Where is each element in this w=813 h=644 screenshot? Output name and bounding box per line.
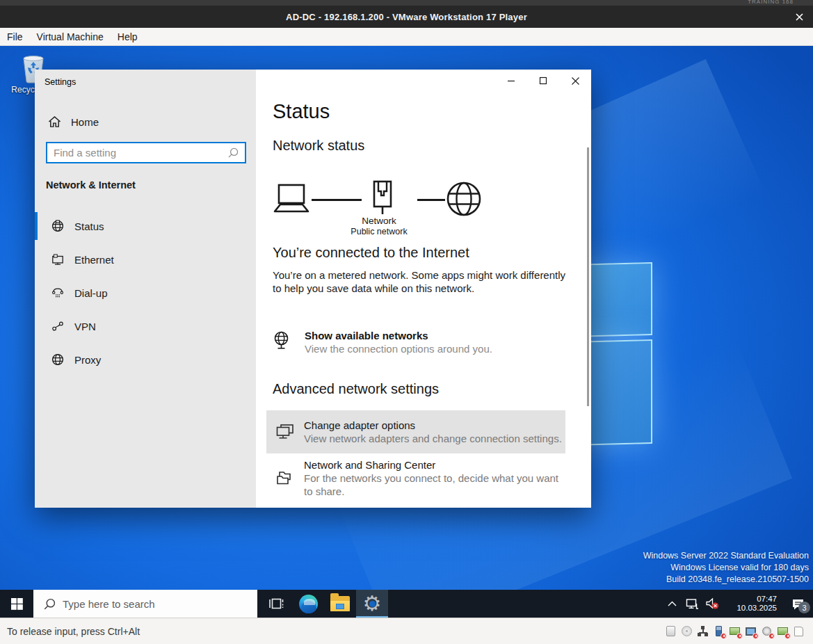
sidebar-ethernet-label: Ethernet — [74, 254, 114, 266]
network-status-heading: Network status — [273, 138, 364, 154]
sidebar-item-vpn[interactable]: VPN — [35, 312, 256, 340]
close-icon — [796, 13, 803, 21]
adapter-options-subtitle: View network adapters and change connect… — [304, 432, 562, 445]
clock-date: 10.03.2025 — [727, 604, 777, 613]
diagram-connector-line — [417, 199, 445, 201]
metered-network-text: You’re on a metered network. Some apps m… — [273, 268, 568, 295]
file-explorer-button[interactable] — [324, 590, 356, 618]
network-diagram: Network Public network — [273, 179, 572, 243]
edge-icon — [299, 595, 318, 613]
menu-virtual-machine[interactable]: Virtual Machine — [30, 28, 111, 45]
vm-desktop: Recycle Bin Windows Server 2022 Standard… — [0, 46, 813, 618]
close-button[interactable] — [559, 70, 591, 92]
tray-expand-button[interactable] — [661, 590, 682, 618]
notification-badge: 3 — [798, 602, 810, 613]
sidebar-section-title: Network & Internet — [46, 179, 136, 191]
start-button[interactable] — [0, 590, 33, 618]
license-line-2: Windows License valid for 180 days — [643, 562, 809, 574]
settings-main-pane: Status Network status — [256, 70, 591, 508]
task-view-icon — [268, 597, 284, 611]
sidebar-dialup-label: Dial-up — [74, 287, 108, 299]
settings-window: Settings Home Network & Internet — [35, 70, 591, 508]
vpn-icon — [51, 320, 64, 332]
maximize-button[interactable] — [527, 70, 559, 92]
settings-window-title: Settings — [45, 77, 76, 87]
home-icon — [48, 115, 61, 128]
show-networks-title: Show available networks — [305, 329, 492, 342]
host-edge-text: TRAINING 168 — [748, 0, 794, 5]
network-sharing-center-link[interactable]: Network and Sharing Center For the netwo… — [266, 456, 565, 499]
vmware-menubar: File Virtual Machine Help — [0, 28, 813, 46]
hard-disk-icon[interactable] — [665, 625, 677, 637]
dialup-icon — [51, 287, 64, 299]
taskbar-clock[interactable]: 07:47 10.03.2025 — [727, 595, 777, 613]
serial-device-icon[interactable] — [777, 625, 789, 637]
diagram-connector-line — [312, 199, 362, 201]
usb-controller-icon[interactable] — [713, 625, 725, 637]
message-log-icon[interactable] — [793, 625, 805, 637]
settings-app-button[interactable]: ⚙ — [356, 590, 388, 618]
sidebar-item-ethernet[interactable]: Ethernet — [35, 245, 256, 273]
sidebar-item-home[interactable]: Home — [35, 110, 256, 134]
minimize-icon — [507, 77, 515, 85]
sidebar-item-proxy[interactable]: Proxy — [35, 346, 256, 373]
task-view-button[interactable] — [260, 590, 292, 618]
release-input-hint: To release input, press Ctrl+Alt — [7, 626, 140, 637]
chevron-up-icon — [668, 601, 677, 606]
vmware-titlebar: AD-DC - 192.168.1.200 - VMware Workstati… — [0, 6, 813, 28]
volume-muted-icon — [705, 597, 719, 610]
file-explorer-icon — [330, 596, 350, 611]
tray-volume-button[interactable] — [702, 590, 723, 618]
network-type-label: Public network — [323, 227, 435, 236]
license-line-3: Build 20348.fe_release.210507-1500 — [643, 574, 809, 586]
edge-browser-button[interactable] — [292, 590, 324, 618]
internet-globe-icon — [446, 181, 482, 217]
tray-network-button[interactable] — [682, 590, 702, 618]
taskbar-search-input[interactable] — [63, 598, 257, 610]
network-plug-icon — [363, 179, 402, 216]
sidebar-status-label: Status — [74, 220, 104, 232]
disconnected-badge — [768, 633, 775, 639]
disconnected-badge — [784, 633, 791, 639]
menu-help[interactable]: Help — [111, 28, 145, 45]
change-adapter-options-link[interactable]: Change adapter options View network adap… — [266, 410, 565, 453]
settings-search-input[interactable] — [47, 147, 228, 159]
laptop-icon — [273, 184, 310, 214]
vmware-close-button[interactable] — [791, 9, 807, 24]
taskbar-search-box — [33, 590, 257, 618]
sidebar-nav: Status Ethernet — [35, 212, 256, 379]
display-icon[interactable] — [745, 625, 757, 637]
proxy-globe-icon — [51, 353, 64, 366]
adapter-options-title: Change adapter options — [304, 419, 562, 432]
wireless-device-icon[interactable] — [761, 625, 773, 637]
available-networks-icon — [273, 331, 290, 350]
vm-device-indicators — [665, 625, 805, 637]
ethernet-icon — [51, 253, 64, 266]
sidebar-item-status[interactable]: Status — [35, 212, 256, 240]
sharing-center-subtitle: For the networks you connect to, decide … — [304, 472, 565, 498]
vmware-statusbar: To release input, press Ctrl+Alt — [0, 618, 813, 644]
sidebar-item-dialup[interactable]: Dial-up — [35, 279, 256, 307]
connected-heading: You’re connected to the Internet — [273, 245, 469, 261]
network-status-icon — [686, 598, 699, 610]
settings-search-box — [46, 142, 246, 163]
license-line-1: Windows Server 2022 Standard Evaluation — [643, 550, 809, 562]
close-icon — [571, 77, 580, 86]
action-center-button[interactable]: 3 — [782, 590, 813, 618]
adapter-options-icon — [275, 424, 294, 441]
show-available-networks-link[interactable]: Show available networks View the connect… — [273, 329, 565, 355]
menu-file[interactable]: File — [0, 28, 30, 45]
window-controls — [495, 70, 591, 92]
settings-sidebar: Settings Home Network & Internet — [35, 70, 256, 508]
vmware-window-title: AD-DC - 192.168.1.200 - VMware Workstati… — [286, 12, 527, 22]
scrollbar[interactable] — [587, 147, 589, 406]
network-name-label: Network — [323, 216, 435, 227]
sound-card-icon[interactable] — [729, 625, 741, 637]
minimize-button[interactable] — [495, 70, 527, 92]
cd-rom-icon[interactable] — [681, 625, 693, 637]
sharing-center-title: Network and Sharing Center — [304, 458, 565, 472]
host-screen-edge: TRAINING 168 — [0, 0, 813, 6]
sidebar-proxy-label: Proxy — [74, 354, 101, 366]
windows-logo-icon — [11, 598, 23, 610]
network-adapter-icon[interactable] — [697, 625, 709, 637]
